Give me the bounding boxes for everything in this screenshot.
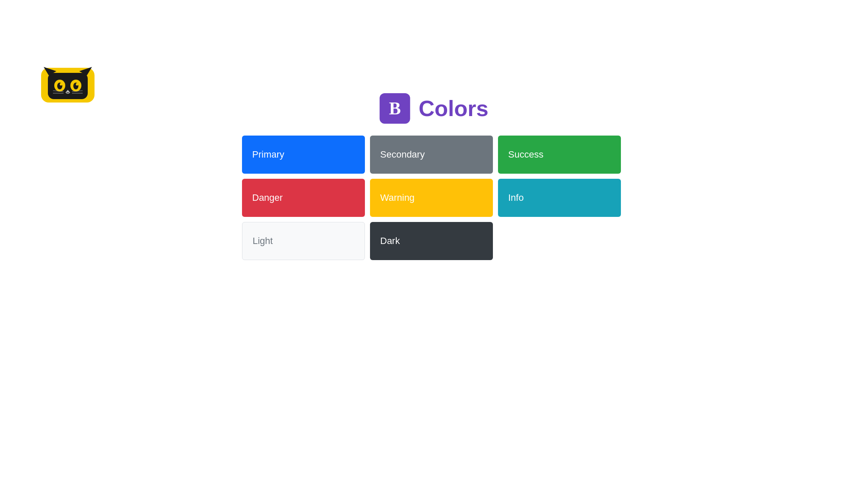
color-label-warning: Warning (380, 192, 415, 203)
color-label-secondary: Secondary (380, 149, 425, 160)
color-card-danger[interactable]: Danger (242, 179, 365, 217)
color-label-dark: Dark (380, 236, 400, 247)
color-label-success: Success (508, 149, 543, 160)
color-label-info: Info (508, 192, 524, 203)
app-logo (40, 64, 95, 106)
colors-grid: Primary Secondary Success Danger Warning… (242, 136, 626, 260)
color-card-light[interactable]: Light (242, 222, 365, 260)
svg-point-9 (76, 83, 78, 86)
svg-rect-3 (48, 73, 88, 99)
color-label-light: Light (253, 236, 273, 247)
color-card-dark[interactable]: Dark (370, 222, 493, 260)
color-card-success[interactable]: Success (498, 136, 621, 174)
empty-cell (498, 222, 621, 260)
page-title: Colors (419, 96, 489, 121)
bootstrap-icon-label: B (389, 98, 401, 119)
color-card-warning[interactable]: Warning (370, 179, 493, 217)
color-label-primary: Primary (252, 149, 284, 160)
svg-point-8 (60, 83, 62, 86)
color-card-secondary[interactable]: Secondary (370, 136, 493, 174)
color-label-danger: Danger (252, 192, 283, 203)
color-card-primary[interactable]: Primary (242, 136, 365, 174)
page-header: B Colors (380, 93, 489, 124)
color-card-info[interactable]: Info (498, 179, 621, 217)
bootstrap-icon: B (380, 93, 410, 124)
